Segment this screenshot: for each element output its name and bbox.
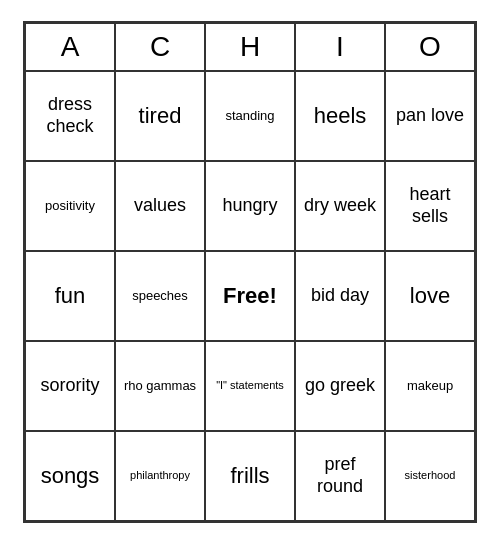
bingo-body: dress checktiredstandingheelspan lovepos… bbox=[25, 71, 475, 521]
bingo-cell-3-2: "I" statements bbox=[205, 341, 295, 431]
bingo-cell-2-1: speeches bbox=[115, 251, 205, 341]
header-cell-c: C bbox=[115, 23, 205, 71]
bingo-cell-4-4: sisterhood bbox=[385, 431, 475, 521]
bingo-row-3: sororityrho gammas"I" statementsgo greek… bbox=[25, 341, 475, 431]
bingo-cell-4-3: pref round bbox=[295, 431, 385, 521]
bingo-cell-0-2: standing bbox=[205, 71, 295, 161]
bingo-board: ACHIO dress checktiredstandingheelspan l… bbox=[23, 21, 477, 523]
header-cell-a: A bbox=[25, 23, 115, 71]
bingo-row-1: positivityvalueshungrydry weekheart sell… bbox=[25, 161, 475, 251]
bingo-row-4: songsphilanthropyfrillspref roundsisterh… bbox=[25, 431, 475, 521]
bingo-cell-2-3: bid day bbox=[295, 251, 385, 341]
bingo-cell-0-1: tired bbox=[115, 71, 205, 161]
bingo-cell-1-3: dry week bbox=[295, 161, 385, 251]
header-cell-h: H bbox=[205, 23, 295, 71]
bingo-cell-0-0: dress check bbox=[25, 71, 115, 161]
bingo-cell-1-4: heart sells bbox=[385, 161, 475, 251]
bingo-cell-4-2: frills bbox=[205, 431, 295, 521]
bingo-cell-2-0: fun bbox=[25, 251, 115, 341]
bingo-cell-2-2: Free! bbox=[205, 251, 295, 341]
bingo-cell-0-4: pan love bbox=[385, 71, 475, 161]
bingo-cell-3-3: go greek bbox=[295, 341, 385, 431]
header-cell-i: I bbox=[295, 23, 385, 71]
bingo-cell-3-4: makeup bbox=[385, 341, 475, 431]
bingo-header: ACHIO bbox=[25, 23, 475, 71]
bingo-cell-0-3: heels bbox=[295, 71, 385, 161]
bingo-row-2: funspeechesFree!bid daylove bbox=[25, 251, 475, 341]
bingo-cell-3-0: sorority bbox=[25, 341, 115, 431]
bingo-cell-4-1: philanthropy bbox=[115, 431, 205, 521]
bingo-cell-1-0: positivity bbox=[25, 161, 115, 251]
bingo-row-0: dress checktiredstandingheelspan love bbox=[25, 71, 475, 161]
bingo-cell-3-1: rho gammas bbox=[115, 341, 205, 431]
bingo-cell-4-0: songs bbox=[25, 431, 115, 521]
bingo-cell-2-4: love bbox=[385, 251, 475, 341]
bingo-cell-1-2: hungry bbox=[205, 161, 295, 251]
header-cell-o: O bbox=[385, 23, 475, 71]
bingo-cell-1-1: values bbox=[115, 161, 205, 251]
